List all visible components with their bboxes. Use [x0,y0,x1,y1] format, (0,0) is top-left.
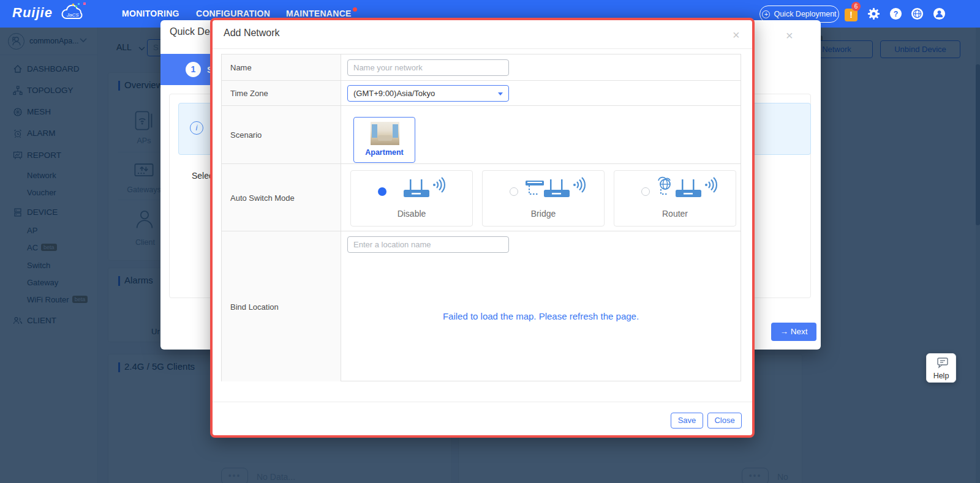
divider [213,402,752,402]
info-icon: i [190,121,203,135]
close-icon[interactable]: × [733,28,740,42]
autoswitch-label: Auto Switch Mode [230,193,295,202]
scenario-row: Scenario Apartment [222,106,741,164]
step-number: 1 [186,62,201,77]
gear-icon[interactable] [867,7,880,20]
bind-location-label-cell: Bind Location [222,231,341,381]
bridge-icon [521,176,594,206]
autoswitch-label-cell: Auto Switch Mode [222,164,341,231]
jacs-cloud-icon: JaCS [59,2,88,24]
scenario-label: Scenario [230,130,262,140]
mode-router-label: Router [614,209,736,219]
router-mode-icon [652,176,726,206]
autoswitch-row: Auto Switch Mode Disable [222,164,741,231]
mode-bridge-label: Bridge [483,209,604,219]
name-row: Name [222,54,741,81]
close-icon[interactable]: × [786,29,793,42]
apartment-photo [371,122,399,145]
alarm-count-badge: 6 [851,2,861,11]
page: Ruijie JaCS MONITORING CONFIGURATION MAI… [0,0,980,483]
scenario-label-cell: Scenario [222,106,341,163]
nav-configuration[interactable]: CONFIGURATION [196,9,270,18]
network-name-input[interactable] [347,59,509,76]
radio-selected[interactable] [378,187,386,196]
bind-location-row: Bind Location Failed to load the map. Pl… [222,231,741,381]
router-icon [394,176,455,206]
user-account-icon[interactable] [933,7,946,20]
nav-monitoring[interactable]: MONITORING [122,9,179,18]
plus-icon: + [762,10,770,18]
arrow-right-icon: → [780,327,790,336]
apartment-label: Apartment [354,148,415,157]
divider [213,48,752,49]
timezone-label-cell: Time Zone [222,81,341,105]
name-label: Name [230,63,252,72]
svg-text:?: ? [894,10,899,18]
location-search-input[interactable] [347,236,509,253]
save-button[interactable]: Save [671,413,703,429]
mode-disable-card[interactable]: Disable [350,170,473,227]
modal-title: Add Network [224,28,280,39]
timezone-row: Time Zone (GMT+9:00)Asia/Tokyo [222,81,741,106]
next-button[interactable]: → Next [771,323,816,341]
help-label: Help [927,372,956,380]
close-button[interactable]: Close [707,413,742,429]
radio-unselected[interactable] [510,187,518,196]
chat-bubbles-icon [934,357,949,370]
scenario-apartment-card[interactable]: Apartment [353,117,415,163]
bind-location-label: Bind Location [230,302,279,311]
timezone-select[interactable]: (GMT+9:00)Asia/Tokyo [347,85,509,102]
timezone-label: Time Zone [230,89,268,98]
maintenance-notification-dot [353,7,357,12]
map-error-message: Failed to load the map. Please refresh t… [341,311,741,321]
help-widget[interactable]: Help [926,353,956,383]
quick-deployment-label: Quick Deployment [774,10,836,18]
add-network-form: Name Time Zone (GMT+9:00)Asia/Tokyo Scen… [221,54,741,381]
name-label-cell: Name [222,54,341,80]
globe-icon[interactable] [911,7,924,20]
svg-text:JaCS: JaCS [66,12,79,18]
timezone-value: (GMT+9:00)Asia/Tokyo [353,89,435,98]
caret-down-icon [498,92,503,95]
mode-disable-label: Disable [351,209,472,219]
mode-router-card[interactable]: Router [614,170,736,227]
radio-unselected[interactable] [641,187,650,196]
nav-maintenance[interactable]: MAINTENANCE [286,9,352,18]
add-network-modal: Add Network × Name Time Zone (GMT+9:00)A… [210,18,755,438]
brand-text: Ruijie [12,5,53,21]
mode-bridge-card[interactable]: Bridge [482,170,605,227]
help-question-icon[interactable]: ? [889,7,902,20]
ruijie-logo[interactable]: Ruijie JaCS [12,5,53,21]
